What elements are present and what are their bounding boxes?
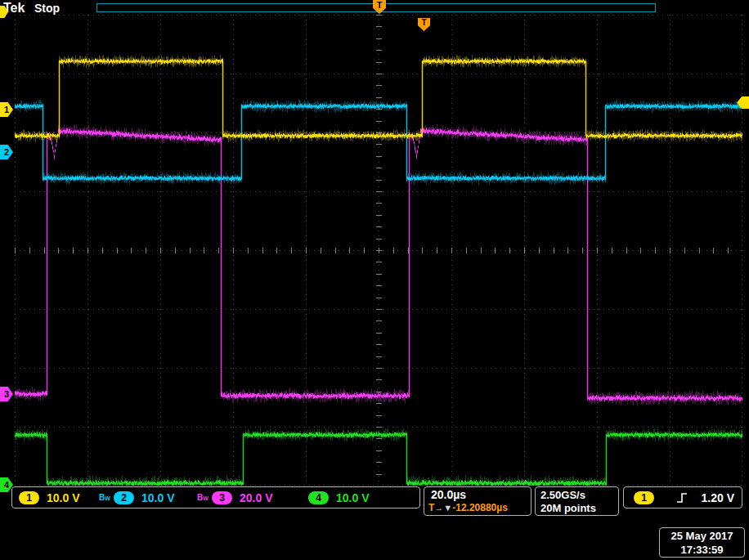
ch2-badge[interactable]: 2 (114, 491, 134, 504)
time-readout: 17:33:59 (660, 544, 744, 556)
acquisition-status: Stop (34, 2, 60, 15)
trigger-delay-readout: T→▼-12.20880µs (428, 502, 508, 513)
ch2-position-marker[interactable]: 2 (0, 145, 13, 159)
record-length-readout: 20M points (540, 502, 596, 514)
ch1-position-marker[interactable]: 1 (0, 102, 13, 117)
acquisition-readout-box[interactable]: 2.50GS/s 20M points (535, 486, 619, 516)
datetime-box: 25 May 2017 17:33:59 (659, 527, 745, 558)
ch4-badge[interactable]: 4 (308, 491, 329, 504)
trigger-source-badge[interactable]: 1 (634, 491, 654, 504)
delay-arrow-icon: →▼ (434, 503, 452, 513)
ch4-scale-readout: 10.0 V (336, 491, 369, 504)
ch3-scale-readout: 20.0 V (240, 491, 272, 504)
channel-readouts-box: 1 10.0 V BW 2 10.0 V BW 3 20.0 V 4 10.0 … (11, 486, 420, 508)
date-readout: 25 May 2017 (660, 530, 744, 542)
delay-value: -12.20880µs (452, 502, 508, 513)
ch2-bandwidth-limit-icon: BW (99, 493, 110, 502)
ch3-badge[interactable]: 3 (212, 491, 232, 504)
ch3-position-marker[interactable]: 3 (0, 387, 13, 401)
oscilloscope-screen: Tek Stop T T 1 2 3 4 1 10.0 V BW 2 10.0 … (0, 0, 749, 560)
horizontal-readout-box[interactable]: 20.0µs T→▼-12.20880µs (424, 486, 531, 516)
trigger-readout-box[interactable]: 1 1.20 V (623, 486, 742, 508)
rising-edge-icon (676, 491, 689, 504)
timebase-scale-readout: 20.0µs (431, 488, 466, 501)
ch3-bandwidth-limit-icon: BW (197, 493, 209, 502)
ch1-badge[interactable]: 1 (19, 491, 39, 504)
ch2-scale-readout: 10.0 V (141, 491, 174, 504)
sample-rate-readout: 2.50GS/s (540, 489, 585, 501)
waveform-display (15, 15, 742, 486)
ch1-scale-readout: 10.0 V (47, 491, 79, 504)
trigger-level-readout: 1.20 V (702, 491, 734, 504)
